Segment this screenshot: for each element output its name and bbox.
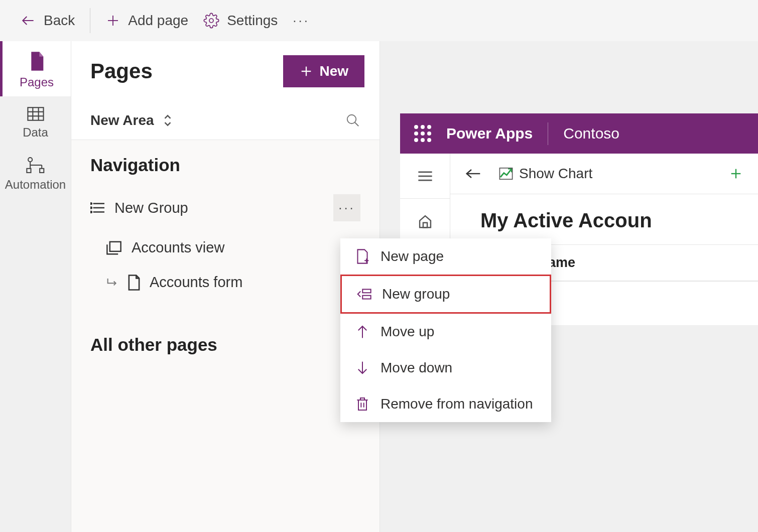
sitemap-toggle[interactable] xyxy=(400,154,450,199)
waffle-icon[interactable] xyxy=(414,125,431,142)
svg-point-17 xyxy=(347,115,356,124)
page-icon xyxy=(29,51,45,71)
svg-point-3 xyxy=(209,19,213,23)
settings-label: Settings xyxy=(227,13,278,29)
arrow-left-icon xyxy=(20,13,36,29)
svg-rect-29 xyxy=(362,296,370,299)
new-page-icon xyxy=(356,249,369,264)
app-name: Power Apps xyxy=(446,125,533,142)
svg-rect-4 xyxy=(28,107,43,120)
add-page-label: Add page xyxy=(128,13,188,29)
grid-icon xyxy=(27,106,44,121)
list-icon xyxy=(90,202,104,214)
preview-toolbar: Show Chart xyxy=(450,154,758,194)
divider xyxy=(548,122,548,145)
chevron-updown-icon xyxy=(162,113,173,127)
plus-icon xyxy=(299,64,313,78)
divider xyxy=(90,8,90,33)
plus-icon[interactable] xyxy=(729,167,743,181)
svg-rect-37 xyxy=(423,222,427,227)
svg-point-24 xyxy=(90,211,92,213)
nav-accounts-form[interactable]: Accounts form xyxy=(71,265,380,300)
indent-arrow-icon xyxy=(106,278,118,288)
rail-automation-label: Automation xyxy=(5,178,66,192)
sitemap-home[interactable] xyxy=(400,199,450,244)
nav-accounts-view-label: Accounts view xyxy=(132,239,224,256)
area-label: New Area xyxy=(90,112,154,128)
top-toolbar: Back Add page Settings ··· xyxy=(0,0,758,41)
svg-rect-10 xyxy=(27,169,31,173)
svg-rect-25 xyxy=(110,241,121,251)
pages-panel: Pages New New Area Navigation New Group … xyxy=(71,41,380,532)
plus-icon xyxy=(105,13,120,28)
view-title: My Active Accoun xyxy=(450,194,758,244)
left-rail: Pages Data Automation xyxy=(0,41,71,532)
menu-move-down[interactable]: Move down xyxy=(340,350,551,386)
gear-icon xyxy=(203,13,219,29)
svg-point-23 xyxy=(90,207,92,209)
trash-icon xyxy=(356,397,368,411)
svg-rect-11 xyxy=(40,169,44,173)
new-button[interactable]: New xyxy=(283,55,364,87)
group-more-button[interactable]: ··· xyxy=(333,194,360,221)
panel-header: Pages New xyxy=(71,41,380,101)
show-chart-label: Show Chart xyxy=(519,166,592,182)
search-icon[interactable] xyxy=(345,113,360,128)
menu-new-page-label: New page xyxy=(381,248,444,264)
rail-pages-label: Pages xyxy=(20,75,54,89)
arrow-up-icon xyxy=(357,325,368,339)
app-env: Contoso xyxy=(563,125,619,142)
nav-accounts-form-label: Accounts form xyxy=(150,274,242,291)
rail-pages[interactable]: Pages xyxy=(0,41,71,96)
navigation-section-title: Navigation xyxy=(71,140,380,185)
flow-icon xyxy=(26,157,45,174)
menu-move-down-label: Move down xyxy=(381,360,452,376)
menu-remove[interactable]: Remove from navigation xyxy=(340,386,551,422)
svg-point-22 xyxy=(90,203,92,204)
ellipsis-icon: ··· xyxy=(338,200,355,216)
add-page-button[interactable]: Add page xyxy=(105,13,188,29)
nav-accounts-view[interactable]: Accounts view xyxy=(71,230,380,265)
svg-line-18 xyxy=(355,122,359,126)
form-icon xyxy=(128,275,141,291)
home-icon xyxy=(418,214,433,228)
other-pages-section-title: All other pages xyxy=(71,320,380,365)
settings-button[interactable]: Settings xyxy=(203,13,278,29)
nav-group-label: New Group xyxy=(114,200,323,216)
nav-group-item[interactable]: New Group ··· xyxy=(71,185,380,230)
back-arrow-icon[interactable] xyxy=(465,168,481,180)
menu-new-group-label: New group xyxy=(382,286,450,302)
menu-move-up[interactable]: Move up xyxy=(340,314,551,350)
panel-title: Pages xyxy=(90,59,153,83)
rail-data[interactable]: Data xyxy=(0,96,71,147)
svg-rect-28 xyxy=(362,289,370,293)
menu-new-group[interactable]: New group xyxy=(340,275,551,314)
new-group-icon xyxy=(356,288,371,300)
show-chart-button[interactable]: Show Chart xyxy=(499,166,592,182)
rail-automation[interactable]: Automation xyxy=(0,147,71,199)
menu-remove-label: Remove from navigation xyxy=(381,396,533,412)
svg-point-9 xyxy=(28,158,32,162)
back-label: Back xyxy=(44,13,75,29)
arrow-down-icon xyxy=(357,361,368,375)
menu-move-up-label: Move up xyxy=(381,324,434,340)
views-icon xyxy=(106,241,121,255)
menu-new-page[interactable]: New page xyxy=(340,238,551,275)
back-button[interactable]: Back xyxy=(20,13,75,29)
rail-data-label: Data xyxy=(23,125,48,140)
area-selector[interactable]: New Area xyxy=(71,101,380,140)
context-menu: New page New group Move up Move down Rem… xyxy=(340,238,551,422)
more-toolbar-button[interactable]: ··· xyxy=(293,13,310,29)
chart-icon xyxy=(499,167,513,180)
new-button-label: New xyxy=(319,63,348,79)
hamburger-icon xyxy=(418,171,433,182)
app-header: Power Apps Contoso xyxy=(400,113,758,154)
